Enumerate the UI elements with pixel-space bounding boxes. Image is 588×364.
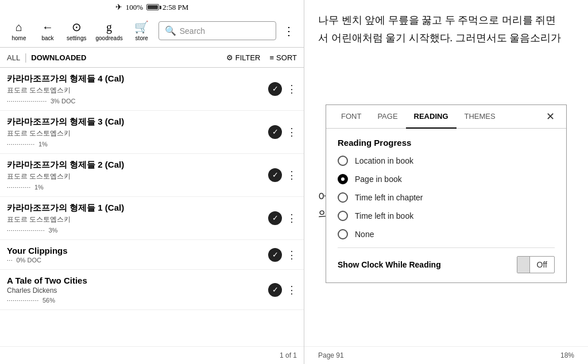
reading-settings-modal: FONT PAGE READING THEMES ✕ Reading Progr… xyxy=(326,104,567,283)
book-info-3: 카라마조프가의 형제들 1 (Cal) 표도르 도스토옙스키 ·········… xyxy=(7,203,268,234)
book-actions-5: ✓ ⋮ xyxy=(268,283,297,297)
filter-button[interactable]: ⚙ FILTER xyxy=(226,53,261,62)
reading-progress-title: Reading Progress xyxy=(338,138,555,148)
radio-none[interactable]: None xyxy=(338,229,555,239)
sort-button[interactable]: ≡ SORT xyxy=(270,53,297,62)
airplane-icon: ✈ xyxy=(115,2,122,12)
book-progress-4: ··· 0% DOC xyxy=(7,257,268,264)
progress-text-5: 56% xyxy=(42,297,55,304)
modal-divider xyxy=(338,247,555,248)
download-check-5[interactable]: ✓ xyxy=(268,283,282,297)
tab-reading[interactable]: READING xyxy=(406,105,457,129)
page-label: Page 91 xyxy=(318,351,344,359)
clock-toggle[interactable]: Off xyxy=(517,256,555,273)
tab-themes[interactable]: THEMES xyxy=(457,105,504,127)
filter-label: FILTER xyxy=(235,53,261,62)
book-more-button-3[interactable]: ⋮ xyxy=(287,212,297,224)
filter-icon: ⚙ xyxy=(226,53,233,62)
book-item[interactable]: 카라마조프가의 형제들 4 (Cal) 표도르 도스토옙스키 ·········… xyxy=(0,68,304,111)
radio-page-label: Page in book xyxy=(355,175,402,184)
settings-icon: ⊙ xyxy=(72,20,82,34)
menu-dots-button[interactable]: ⋮ xyxy=(278,22,299,40)
sort-label: SORT xyxy=(276,53,297,62)
download-check-4[interactable]: ✓ xyxy=(268,248,282,262)
progress-text-4: 0% DOC xyxy=(17,257,41,264)
clock-row: Show Clock While Reading Off xyxy=(338,256,555,273)
toggle-off-label: Off xyxy=(530,258,554,272)
download-check-3[interactable]: ✓ xyxy=(268,211,282,225)
goodreads-icon: g xyxy=(106,21,112,34)
reader-line-2: 서 어린애처럼 울기 시작했다. 그러면서도 울음소리가 xyxy=(318,29,574,47)
tab-reading-label: READING xyxy=(414,112,448,121)
book-progress-3: ··················· 3% xyxy=(7,227,268,234)
download-check-0[interactable]: ✓ xyxy=(268,82,282,96)
back-icon: ← xyxy=(42,21,53,34)
download-check-1[interactable]: ✓ xyxy=(268,125,282,139)
book-item[interactable]: 카라마조프가의 형제들 1 (Cal) 표도르 도스토옙스키 ·········… xyxy=(0,197,304,240)
search-icon: 🔍 xyxy=(165,25,176,36)
progress-text-2: 1% xyxy=(34,184,44,191)
modal-close-button[interactable]: ✕ xyxy=(541,106,559,127)
sort-icon: ≡ xyxy=(270,53,274,62)
book-item[interactable]: Your Clippings ··· 0% DOC ✓ ⋮ xyxy=(0,240,304,270)
download-check-2[interactable]: ✓ xyxy=(268,168,282,182)
status-time: 2:58 PM xyxy=(163,3,188,12)
radio-time-book-label: Time left in book xyxy=(355,211,413,220)
clock-label: Show Clock While Reading xyxy=(338,260,441,269)
back-nav-item[interactable]: ← back xyxy=(33,18,62,44)
home-icon: ⌂ xyxy=(16,21,22,34)
book-title-4: Your Clippings xyxy=(7,246,268,255)
tab-themes-label: THEMES xyxy=(465,112,496,121)
all-label[interactable]: ALL xyxy=(7,53,20,62)
pagination-text: 1 of 1 xyxy=(280,351,297,359)
radio-location-label: Location in book xyxy=(355,156,413,165)
progress-dots-3: ··················· xyxy=(7,227,45,234)
right-panel: 나무 벤치 앞에 무릎을 꿇고 두 주먹으로 머리를 쥐면 서 어린애처럼 울기… xyxy=(304,0,588,364)
book-more-button-2[interactable]: ⋮ xyxy=(287,169,297,181)
book-more-button-4[interactable]: ⋮ xyxy=(287,249,297,261)
reader-status-bar: Page 91 18% xyxy=(304,346,588,364)
book-item[interactable]: 카라마조프가의 형제들 3 (Cal) 표도르 도스토옙스키 ·········… xyxy=(0,111,304,154)
toggle-knob xyxy=(517,257,530,273)
book-actions-3: ✓ ⋮ xyxy=(268,211,297,225)
battery-percent: 100% xyxy=(126,3,143,12)
book-list: 카라마조프가의 형제들 4 (Cal) 표도르 도스토옙스키 ·········… xyxy=(0,68,304,346)
home-nav-item[interactable]: ⌂ home xyxy=(5,18,33,44)
book-author-0: 표도르 도스토옙스키 xyxy=(7,86,268,95)
book-item[interactable]: A Tale of Two Cities Charles Dickens ···… xyxy=(0,270,304,310)
goodreads-label: goodreads xyxy=(95,35,122,41)
modal-tabs: FONT PAGE READING THEMES ✕ xyxy=(326,105,566,129)
book-author-1: 표도르 도스토옙스키 xyxy=(7,129,268,138)
book-author-5: Charles Dickens xyxy=(7,286,268,295)
radio-none-label: None xyxy=(355,230,374,239)
progress-dots-2: ············ xyxy=(7,184,31,191)
book-more-button-0[interactable]: ⋮ xyxy=(287,83,297,95)
book-actions-2: ✓ ⋮ xyxy=(268,168,297,182)
book-info-1: 카라마조프가의 형제들 3 (Cal) 표도르 도스토옙스키 ·········… xyxy=(7,117,268,148)
book-progress-0: ···················· 3% DOC xyxy=(7,98,268,104)
book-title-5: A Tale of Two Cities xyxy=(7,276,268,285)
book-progress-5: ················ 56% xyxy=(7,297,268,304)
settings-nav-item[interactable]: ⊙ settings xyxy=(62,18,91,44)
book-item[interactable]: 카라마조프가의 형제들 2 (Cal) 표도르 도스토옙스키 ·········… xyxy=(0,154,304,197)
tab-font[interactable]: FONT xyxy=(333,105,369,127)
downloaded-label[interactable]: DOWNLOADED xyxy=(31,53,86,62)
percent-label: 18% xyxy=(560,351,574,359)
store-nav-item[interactable]: 🛒 store xyxy=(127,18,156,44)
book-more-button-1[interactable]: ⋮ xyxy=(287,126,297,138)
goodreads-nav-item[interactable]: g goodreads xyxy=(91,18,127,44)
book-more-button-5[interactable]: ⋮ xyxy=(287,284,297,296)
battery-icon xyxy=(146,4,159,10)
book-title-0: 카라마조프가의 형제들 4 (Cal) xyxy=(7,73,268,84)
tab-page[interactable]: PAGE xyxy=(369,105,405,127)
progress-dots-5: ················ xyxy=(7,297,39,304)
radio-location[interactable]: Location in book xyxy=(338,156,555,166)
search-bar[interactable]: 🔍 Search xyxy=(158,21,276,40)
book-author-2: 표도르 도스토옙스키 xyxy=(7,172,268,181)
radio-time-chapter[interactable]: Time left in chapter xyxy=(338,192,555,203)
book-info-0: 카라마조프가의 형제들 4 (Cal) 표도르 도스토옙스키 ·········… xyxy=(7,73,268,104)
radio-time-book[interactable]: Time left in book xyxy=(338,211,555,221)
book-title-2: 카라마조프가의 형제들 2 (Cal) xyxy=(7,160,268,171)
radio-page[interactable]: Page in book xyxy=(338,174,555,184)
book-title-3: 카라마조프가의 형제들 1 (Cal) xyxy=(7,203,268,214)
